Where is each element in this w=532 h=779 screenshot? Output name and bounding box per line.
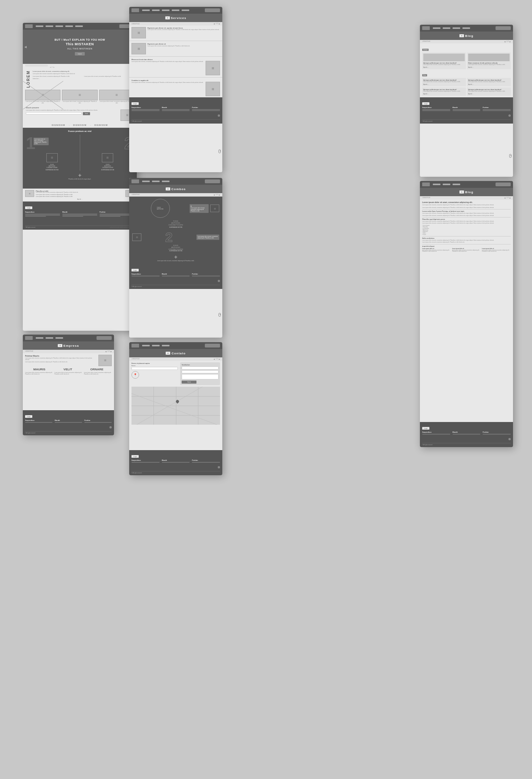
empresa-logos: MAURIS VELIT ORNARE	[25, 368, 112, 371]
empresa-logo-3: ORNARE	[90, 368, 103, 371]
blog1-extra-posts: Quisque pellentesque arci nec diam tinci…	[422, 87, 511, 96]
combos-plus: + Lorem ipsum dolor sit amet, consectetu…	[132, 254, 219, 262]
combos-label-2: FUSCEADIPISCINGCONUBIA POSUERE	[132, 244, 219, 250]
logo-sep-2: →	[90, 124, 92, 126]
services-post-1: ⊠ Dignissim quis dictum sit, egestas sit…	[129, 25, 222, 40]
hero-arrow-left[interactable]: ◀	[24, 45, 27, 49]
blog1-post4-text: Lorem ipsum dolor sit amet, consectetur …	[468, 81, 510, 83]
read-more-home[interactable]: Agenda →	[25, 198, 135, 200]
services-post4-title: Curabitur in sagittis elit	[131, 79, 220, 81]
blog1-post-3: Quisque pellentesque arci nec diam tinci…	[422, 78, 466, 86]
services-breadcrumb: LOREM IPSUM ◀1 2 3▶	[129, 22, 222, 25]
empresa-page-title: Empresa	[63, 344, 79, 347]
hr-3	[129, 77, 222, 78]
blog2-bullets: • Lorem ipsum • Phasellus • Consectetur …	[422, 225, 511, 235]
blog1-post1-img	[423, 54, 465, 61]
empresa-arrows[interactable]: ◀1 2 3▶	[105, 351, 112, 352]
contato-map	[131, 387, 220, 425]
empresa-footer-icon	[109, 426, 112, 428]
empresa-text2: Lorem ipsum dolor sit amet consectetur a…	[25, 362, 97, 363]
contato-heading: Donec sit placerat sapien	[131, 362, 178, 364]
blog1-nav-btn[interactable]	[496, 26, 511, 30]
contato-submit-btn[interactable]: Submit	[182, 381, 196, 384]
contato-field-v2[interactable]	[182, 370, 218, 373]
footer-cols: Suspendisse Blandit Porttitor	[25, 211, 135, 224]
blog2-nav[interactable]	[420, 181, 513, 188]
footer-col-2: Blandit	[62, 211, 97, 213]
blog2-section1-text: Lorem ipsum dolor sit amet, consectetur …	[422, 213, 511, 214]
contato-arrows[interactable]: ◀1 2 3▶	[214, 358, 220, 360]
combos-plus-text: Lorem ipsum dolor sit amet, consectetur …	[132, 260, 219, 262]
combos-page-title: Combos	[171, 187, 186, 191]
blog2-arrows[interactable]: ◀1 2 3▶	[504, 197, 511, 199]
blog1-post1-readmore[interactable]: Agenda →	[423, 67, 465, 68]
blog2-grid-title-3: Lorem ipsum dolor sit	[482, 248, 511, 249]
blog2-section2-text2: Lorem ipsum dolor sit amet, consectetur …	[422, 222, 511, 224]
blog1-post3-text: Lorem ipsum dolor sit amet, consectetur …	[423, 81, 465, 83]
contato-nav[interactable]	[129, 342, 222, 349]
empresa-nav[interactable]	[23, 335, 114, 341]
services-post-4: Curabitur in sagittis elit Lorem ipsum d…	[129, 78, 222, 97]
info-text3: Lorem ipsum dolor sit amet, consectetur …	[36, 196, 124, 197]
mauris-btn[interactable]: Send	[83, 112, 90, 115]
plus-section: + Phasellus ut nibh lobortis nle congue …	[26, 172, 134, 180]
blog1-post4-readmore[interactable]: Agenda →	[468, 84, 510, 85]
hero-btn[interactable]: Learn	[75, 52, 85, 56]
info-img-1: ⊠	[25, 190, 34, 197]
services-title-bar: ✦ Services	[129, 14, 222, 22]
footer-bottom: © All rights reserved Lorem ipsum dolor …	[25, 225, 135, 228]
blog2-section1-title: Lorem multo Opus 5 parva Principy, ut fa…	[422, 210, 511, 212]
page-contato: ✦ Contato LOREM IPSUM ◀1 2 3▶ Donec sit …	[129, 342, 222, 475]
contato-field-v3[interactable]	[182, 374, 218, 379]
combos-nav[interactable]	[129, 178, 222, 185]
plus-text: Phasellus ut nibh lobortis nle congue al…	[26, 178, 134, 180]
num2-label: FUSCEADIPISCINGCONUBIA POSUERE	[82, 164, 134, 168]
services-breadcrumb-text: LOREM IPSUM	[131, 23, 139, 25]
empresa-heading: Pulvinar Mauris	[25, 355, 97, 357]
feature-text-2: Lorem ipsum dolor sit amet, consectetur …	[84, 76, 135, 77]
services-nav[interactable]	[129, 7, 222, 14]
blog2-section2-text: Lorem ipsum dolor sit amet, consectetur …	[422, 221, 511, 222]
big-num-2: 2	[82, 135, 134, 152]
blog1-extra2-readmore[interactable]: Agenda →	[468, 93, 510, 95]
info-text: Lorem ipsum dolor sit amet consectetur a…	[36, 192, 124, 194]
combos-title-bar: ✦ Combos	[129, 185, 222, 193]
mauris-input[interactable]	[26, 112, 82, 114]
blog2-grid-text-2: Lorem ipsum dolor sit amet consectetur a…	[452, 250, 481, 253]
services-scroll	[218, 149, 221, 153]
divider-v	[80, 135, 80, 171]
blog1-nav[interactable]	[420, 25, 513, 32]
services-nav-btn[interactable]	[205, 8, 220, 12]
learn-more-link[interactable]: Learn more →	[33, 78, 135, 79]
combos-footer: Logo Suspendisse Blandit Porttitor © All…	[129, 264, 222, 289]
combos-circle-1: FUSCEADIPISCING	[151, 199, 170, 218]
blog1-arrows[interactable]: ◀1 2 3▶	[504, 41, 511, 43]
blog1-extra2-text: Lorem ipsum dolor sit amet, consectetur …	[468, 91, 510, 92]
blog2-grid-title-1: Lorem ipsum dolor sit	[422, 248, 451, 249]
lorem-heading: Lorem ipsum dolor sit amet, consectetur …	[33, 70, 135, 72]
blog1-tag-drop: Drop	[422, 74, 427, 76]
hr-2	[129, 56, 222, 57]
services-footer-col1: Suspendisse	[131, 106, 160, 108]
info-cards-section: ⊠ Phasellus ut nibh Lorem ipsum dolor si…	[23, 189, 137, 201]
card-label-2: Lorem ipsum dolor sit amet, consectetur …	[62, 101, 97, 104]
blog1-post-2: Etiam maximus id odio pulvinar vehicula …	[467, 52, 511, 69]
blog1-post2-readmore[interactable]: Agenda →	[468, 67, 510, 68]
home-nav[interactable]	[23, 23, 137, 30]
blog1-extra1-text: Lorem ipsum dolor sit amet, consectetur …	[423, 91, 465, 92]
services-post-3: Rhoncus id erat vitae ultrices Lorem ips…	[129, 57, 222, 76]
contato-field-v1[interactable]	[182, 366, 218, 370]
blog1-extra1-readmore[interactable]: Agenda →	[423, 93, 465, 95]
combos-arrows[interactable]: ◀1 2 3▶	[214, 194, 220, 196]
combos-img-2: ⊠	[132, 233, 141, 241]
contato-field-1[interactable]	[131, 367, 178, 370]
services-nav-arrows[interactable]: ◀1 2 3▶	[214, 23, 220, 25]
blog1-breadcrumb: LOREM IPSUM ◀1 2 3▶	[420, 40, 513, 43]
blog1-extra-2: Quisque pellentesque arci nec diam tinci…	[467, 87, 511, 96]
suspendisse-text-2: SUSPENDISSE DICTUM	[82, 169, 134, 171]
combos-footer-icon	[218, 280, 220, 282]
empresa-col-1: Lorem ipsum dolor sit amet consectetur a…	[25, 372, 53, 375]
blog1-post3-readmore[interactable]: Agenda →	[423, 84, 465, 85]
blog1-post2-img	[468, 54, 510, 61]
blog2-section3-text2: Lorem ipsum dolor sit amet consectetur a…	[422, 241, 511, 243]
